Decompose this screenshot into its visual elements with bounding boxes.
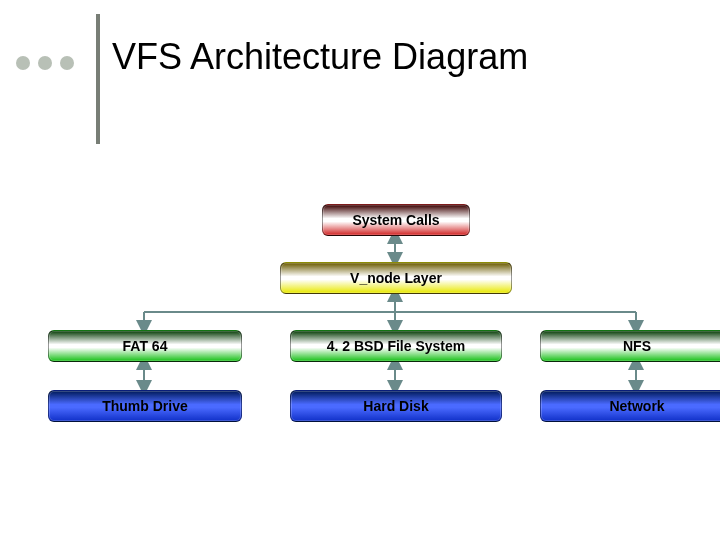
- bullet-dot-icon: [16, 56, 30, 70]
- node-vnode-layer: V_node Layer: [280, 262, 512, 294]
- node-hard-disk: Hard Disk: [290, 390, 502, 422]
- title-bullets: [16, 56, 74, 70]
- title-divider: [96, 14, 100, 144]
- node-network: Network: [540, 390, 720, 422]
- diagram-stage: System Calls V_node Layer FAT 64 4. 2 BS…: [0, 170, 720, 500]
- node-fat64: FAT 64: [48, 330, 242, 362]
- node-bsd: 4. 2 BSD File System: [290, 330, 502, 362]
- page-title: VFS Architecture Diagram: [112, 36, 528, 78]
- node-thumb-drive: Thumb Drive: [48, 390, 242, 422]
- bullet-dot-icon: [60, 56, 74, 70]
- node-system-calls: System Calls: [322, 204, 470, 236]
- bullet-dot-icon: [38, 56, 52, 70]
- node-nfs: NFS: [540, 330, 720, 362]
